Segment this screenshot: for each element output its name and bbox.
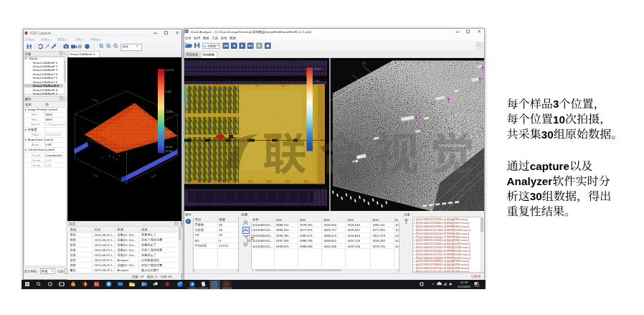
svg-text:Analyzer: Analyzer <box>507 175 553 187</box>
svg-text:-25,500: -25,500 <box>165 145 173 148</box>
svg-text:5,016.3: 5,016.3 <box>314 67 321 70</box>
svg-text:10: 10 <box>553 113 565 126</box>
svg-text:-2,000: -2,000 <box>314 127 321 130</box>
svg-text:-27,500: -27,500 <box>165 149 173 152</box>
svg-text:-500: -500 <box>314 103 318 105</box>
svg-text:3: 3 <box>553 98 559 110</box>
svg-text:30: 30 <box>530 190 542 202</box>
svg-text:-10,000: -10,000 <box>165 110 173 113</box>
svg-text:-3,000: -3,000 <box>314 139 321 142</box>
svg-text:capture: capture <box>530 160 569 172</box>
svg-text:-15,000: -15,000 <box>165 130 173 133</box>
svg-text:-5,000: -5,000 <box>165 90 171 93</box>
svg-text:5,107.95: 5,107.95 <box>165 68 174 71</box>
svg-text:-4,002.3: -4,002.3 <box>314 150 322 153</box>
svg-text:30: 30 <box>541 128 554 141</box>
svg-text:2,500: 2,500 <box>314 80 320 83</box>
svg-text:-1,500: -1,500 <box>314 116 321 118</box>
